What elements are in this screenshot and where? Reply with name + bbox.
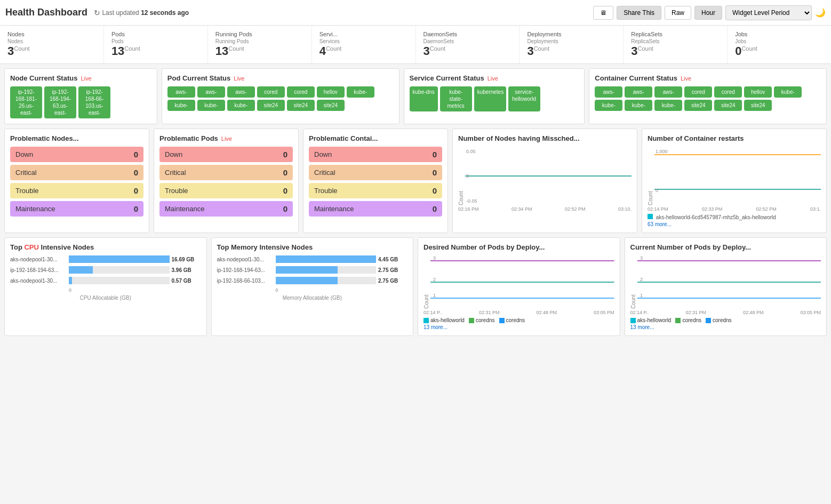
- status-box[interactable]: cored: [714, 86, 742, 98]
- cpu-title: Top CPU Intensive Nodes: [10, 243, 94, 251]
- prob-containers-card: Problematic Contai... Down0Critical0Trou…: [303, 129, 448, 233]
- status-box[interactable]: kube-: [595, 100, 622, 111]
- missched-x-labels: 02:16 PM02:34 PM02:52 PM03:10.: [458, 206, 632, 212]
- status-box[interactable]: aws-: [595, 86, 622, 98]
- bar-row: aks-nodepool1-30... 0.57 GB: [10, 277, 201, 284]
- desired-x-labels: 02:14 P..02:31 PM02:48 PM03:05 PM: [424, 310, 614, 315]
- container-status-card: Container Current Status Live aws-aws-aw…: [589, 68, 827, 124]
- container-status-title: Container Current Status: [595, 74, 677, 82]
- desired-pods-chart: 3 2 1: [430, 255, 614, 309]
- service-status-title: Service Current Status: [410, 74, 484, 82]
- prob-row-critical[interactable]: Critical0: [159, 165, 293, 180]
- status-box[interactable]: kube-: [227, 100, 255, 111]
- status-box[interactable]: kubernetes: [474, 86, 506, 111]
- memory-title: Top Memory Intensive Nodes: [217, 243, 408, 251]
- status-box[interactable]: ip-192-168-66-103.us-east-: [78, 86, 110, 118]
- status-box[interactable]: site24: [714, 100, 742, 111]
- prob-row-critical[interactable]: Critical0: [10, 165, 143, 180]
- cpu-axis-label: CPU Allocatable (GB): [10, 295, 201, 301]
- x-label: 02:16 PM: [458, 206, 479, 212]
- prob-row-maintenance[interactable]: Maintenance0: [309, 201, 442, 217]
- restarts-more[interactable]: 63 more...: [648, 221, 821, 227]
- status-box[interactable]: kube-dns: [410, 86, 438, 111]
- problematic-row: Problematic Nodes... Down0Critical0Troub…: [4, 129, 827, 233]
- legend-item: coredns: [499, 317, 525, 323]
- theme-toggle-icon[interactable]: 🌙: [815, 7, 826, 18]
- svg-text:-0.05: -0.05: [466, 198, 477, 204]
- prob-row-maintenance[interactable]: Maintenance0: [10, 201, 143, 217]
- status-box[interactable]: hellov: [744, 86, 772, 98]
- x-label: 02:34 PM: [512, 206, 532, 212]
- missched-chart-svg: 0.05 0 -0.05: [465, 147, 632, 205]
- status-box[interactable]: site24: [684, 100, 712, 111]
- status-box[interactable]: aws-: [197, 86, 225, 98]
- x-label: 02:31 PM: [685, 310, 706, 315]
- x-label: 03:05 PM: [800, 310, 821, 315]
- x-label: 02:52 PM: [756, 206, 777, 212]
- svg-text:0: 0: [656, 188, 658, 193]
- bottom-row: Top CPU Intensive Nodes aks-nodepool1-30…: [4, 237, 827, 336]
- prob-row-down[interactable]: Down0: [309, 147, 442, 162]
- prob-row-down[interactable]: Down0: [159, 147, 293, 162]
- restarts-x-labels: 02:14 PM02:33 PM02:52 PM03:1.: [648, 206, 821, 212]
- share-this-button[interactable]: Share This: [617, 6, 661, 20]
- status-box[interactable]: aws-: [625, 86, 652, 98]
- status-box[interactable]: cored: [684, 86, 712, 98]
- status-box[interactable]: site24: [317, 100, 345, 111]
- prob-row-trouble[interactable]: Trouble0: [10, 183, 143, 198]
- missched-title: Number of Nodes having Missched...: [458, 134, 632, 142]
- status-box[interactable]: ip-192-168-181-26.us-east-: [10, 86, 42, 118]
- status-box[interactable]: site24: [744, 100, 772, 111]
- status-box[interactable]: kube-: [625, 100, 652, 111]
- desired-more[interactable]: 13 more...: [424, 324, 614, 330]
- hour-button[interactable]: Hour: [694, 6, 722, 20]
- pod-status-title: Pod Current Status: [167, 74, 230, 82]
- bar-row: ip-192-168-66-103... 2.75 GB: [217, 277, 408, 284]
- status-box[interactable]: kube-: [347, 86, 374, 98]
- status-box[interactable]: aws-: [167, 86, 195, 98]
- status-box[interactable]: kube-: [654, 100, 682, 111]
- status-box[interactable]: kube-: [774, 86, 802, 98]
- status-box[interactable]: ip-192-168-194-63.us-east-: [44, 86, 76, 118]
- legend-item: aks-helloworld: [630, 317, 672, 323]
- main-grid: Node Current Status Live ip-192-168-181-…: [0, 64, 831, 340]
- prob-row-critical[interactable]: Critical0: [309, 165, 442, 180]
- status-box[interactable]: kube-state-metrics: [440, 86, 472, 111]
- status-box[interactable]: aws-: [654, 86, 682, 98]
- node-status-title: Node Current Status: [10, 74, 77, 82]
- prob-row-trouble[interactable]: Trouble0: [159, 183, 293, 198]
- svg-text:1: 1: [640, 293, 643, 298]
- bar-row: ip-192-168-194-63... 2.75 GB: [217, 266, 408, 274]
- prob-pods-card: Problematic Pods Live Down0Critical0Trou…: [154, 129, 299, 233]
- current-more[interactable]: 13 more...: [630, 324, 821, 330]
- restarts-legend: aks-helloworld-6cd5457987-mhz5b_aks-hell…: [648, 214, 821, 220]
- status-box[interactable]: aws-: [227, 86, 255, 98]
- prob-pods-live: Live: [221, 135, 232, 142]
- prob-row-maintenance[interactable]: Maintenance0: [159, 201, 293, 217]
- prob-row-down[interactable]: Down0: [10, 147, 143, 162]
- status-box[interactable]: kube-: [197, 100, 225, 111]
- status-box[interactable]: kube-: [167, 100, 195, 111]
- status-box[interactable]: site24: [287, 100, 315, 111]
- svg-text:0: 0: [466, 173, 469, 179]
- prob-row-trouble[interactable]: Trouble0: [309, 183, 442, 198]
- refresh-icon[interactable]: ↻: [94, 9, 100, 17]
- raw-button[interactable]: Raw: [665, 6, 691, 20]
- period-select[interactable]: Widget Level Period: [725, 5, 812, 20]
- status-box[interactable]: site24: [257, 100, 285, 111]
- memory-nodes-card: Top Memory Intensive Nodes aks-nodepool1…: [211, 237, 414, 336]
- x-label: 02:33 PM: [702, 206, 723, 212]
- status-box[interactable]: cored: [287, 86, 315, 98]
- status-box[interactable]: hellov: [317, 86, 345, 98]
- status-box[interactable]: service-helloworld: [508, 86, 540, 111]
- container-status-boxes: aws-aws-aws-coredcoredhellovkube-kube-ku…: [595, 86, 821, 111]
- svg-text:1: 1: [433, 293, 436, 298]
- x-label: 02:48 PM: [536, 310, 557, 315]
- status-box[interactable]: cored: [257, 86, 285, 98]
- monitor-icon-button[interactable]: 🖥: [593, 6, 613, 20]
- pod-status-boxes: aws-aws-aws-coredcoredhellovkube-kube-ku…: [167, 86, 394, 111]
- restarts-chart-svg: 1,000 0: [654, 147, 821, 205]
- metric-item-pods: Pods Pods 13Count: [104, 26, 208, 63]
- prob-containers-title: Problematic Contai...: [309, 134, 442, 142]
- container-restarts-title: Number of Container restarts: [648, 134, 821, 142]
